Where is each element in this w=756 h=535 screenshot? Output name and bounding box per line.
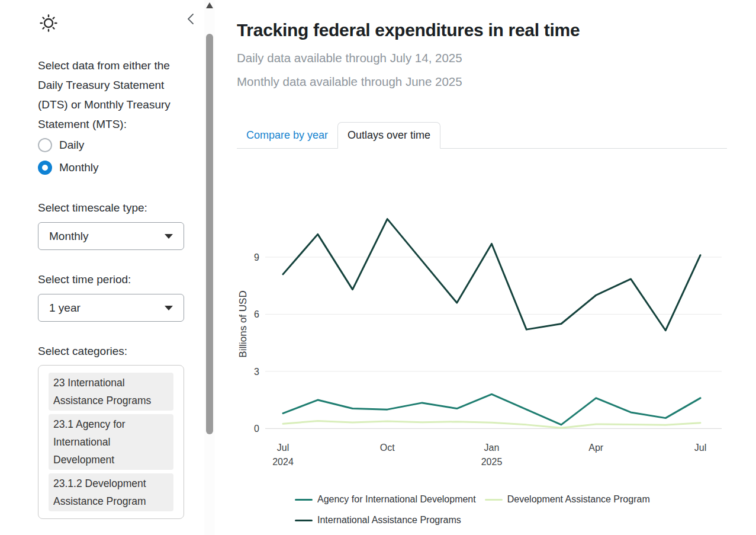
timescale-dropdown[interactable]: Monthly xyxy=(38,222,184,250)
chart-legend: Agency for International DevelopmentDeve… xyxy=(295,494,703,526)
legend-item[interactable]: International Assistance Programs xyxy=(295,515,461,526)
radio-monthly[interactable]: Monthly xyxy=(38,156,186,179)
sidebar-scrollbar[interactable] xyxy=(204,0,215,535)
monthly-availability-subtitle: Monthly data available through June 2025 xyxy=(237,75,462,89)
radio-circle-icon xyxy=(38,138,52,152)
svg-text:0: 0 xyxy=(254,424,259,434)
svg-text:Jan: Jan xyxy=(484,443,500,453)
radio-circle-icon xyxy=(38,161,52,175)
timescale-value: Monthly xyxy=(49,230,165,243)
time-period-dropdown[interactable]: 1 year xyxy=(38,294,184,322)
daily-availability-subtitle: Daily data available through July 14, 20… xyxy=(237,51,462,65)
radio-monthly-label: Monthly xyxy=(59,161,99,174)
legend-label: Agency for International Development xyxy=(317,494,476,505)
radio-daily[interactable]: Daily xyxy=(38,134,186,156)
sun-icon xyxy=(38,25,59,36)
outlays-chart-plot[interactable]: 0369Jul2024OctJan2025AprJulBillions of U… xyxy=(237,155,727,478)
page-title: Tracking federal expenditures in real ti… xyxy=(237,20,580,40)
time-period-label: Select time period: xyxy=(38,273,186,286)
chevron-left-icon xyxy=(186,18,195,28)
legend-line-icon xyxy=(295,520,313,521)
triangle-up-icon[interactable] xyxy=(206,2,213,8)
scrollbar-thumb[interactable] xyxy=(206,34,213,434)
legend-line-icon xyxy=(485,499,503,501)
time-period-value: 1 year xyxy=(49,302,165,315)
legend-line-icon xyxy=(295,499,313,501)
svg-text:Oct: Oct xyxy=(380,443,395,453)
svg-text:Apr: Apr xyxy=(588,443,604,453)
chart-tabs: Compare by year Outlays over time xyxy=(237,122,727,149)
legend-label: International Assistance Programs xyxy=(317,515,461,526)
svg-text:6: 6 xyxy=(254,309,259,319)
main-content: Tracking federal expenditures in real ti… xyxy=(237,0,727,535)
category-item[interactable]: 23.1 Agency for International Developmen… xyxy=(49,414,173,470)
legend-label: Development Assistance Program xyxy=(507,494,650,505)
svg-text:Billions of USD: Billions of USD xyxy=(237,290,249,357)
svg-text:3: 3 xyxy=(254,367,259,377)
caret-down-icon xyxy=(165,306,173,310)
svg-text:Jul: Jul xyxy=(694,443,706,453)
svg-text:2024: 2024 xyxy=(272,457,294,467)
category-item[interactable]: 23 International Assistance Programs xyxy=(49,373,173,411)
category-item[interactable]: 23.1.2 Development Assistance Program xyxy=(49,473,173,511)
radio-daily-label: Daily xyxy=(59,139,84,152)
legend-item[interactable]: Development Assistance Program xyxy=(485,494,650,505)
app-window: Select data from either the Daily Treasu… xyxy=(0,0,756,535)
data-source-instructions: Select data from either the Daily Treasu… xyxy=(38,56,179,134)
timescale-label: Select timescale type: xyxy=(38,201,186,214)
categories-label: Select categories: xyxy=(38,345,186,358)
svg-text:2025: 2025 xyxy=(481,457,503,467)
legend-item[interactable]: Agency for International Development xyxy=(295,494,476,505)
tab-outlays-over-time[interactable]: Outlays over time xyxy=(337,122,440,149)
svg-text:9: 9 xyxy=(254,252,259,262)
outlays-chart: 0369Jul2024OctJan2025AprJulBillions of U… xyxy=(237,155,727,534)
sidebar-panel: Select data from either the Daily Treasu… xyxy=(0,0,217,535)
sidebar-collapse-button[interactable] xyxy=(186,12,199,26)
categories-listbox[interactable]: 23 International Assistance Programs 23.… xyxy=(38,365,184,519)
caret-down-icon xyxy=(165,234,173,239)
tab-compare-by-year[interactable]: Compare by year xyxy=(237,122,337,149)
svg-text:Jul: Jul xyxy=(277,443,289,453)
theme-toggle-button[interactable] xyxy=(38,12,59,34)
